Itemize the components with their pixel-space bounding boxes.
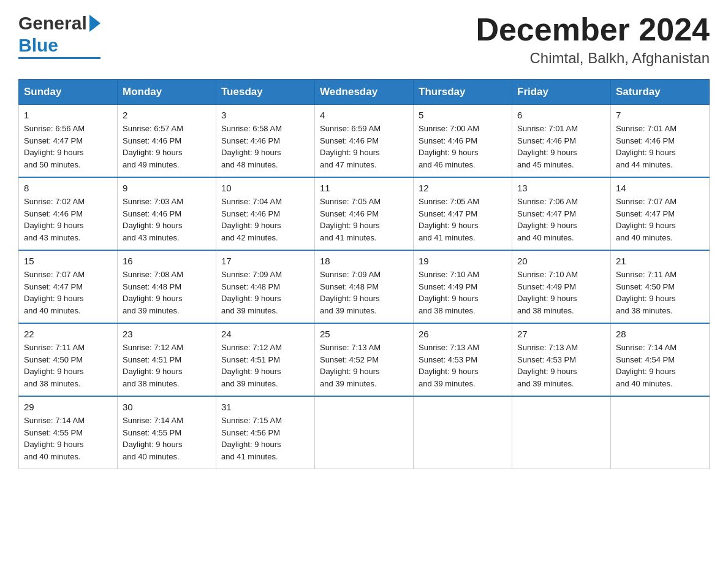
day-info: Sunrise: 6:56 AMSunset: 4:47 PMDaylight:… <box>24 123 112 170</box>
title-block: December 2024 Chimtal, Balkh, Afghanista… <box>476 12 710 67</box>
calendar-week-row: 1Sunrise: 6:56 AMSunset: 4:47 PMDaylight… <box>19 105 710 178</box>
calendar-day-cell: 31Sunrise: 7:15 AMSunset: 4:56 PMDayligh… <box>216 396 315 469</box>
calendar-day-cell: 22Sunrise: 7:11 AMSunset: 4:50 PMDayligh… <box>19 323 118 396</box>
day-info: Sunrise: 7:05 AMSunset: 4:47 PMDaylight:… <box>419 196 507 243</box>
day-number: 19 <box>419 256 507 266</box>
day-of-week-header: Tuesday <box>216 80 315 105</box>
day-number: 21 <box>616 256 704 266</box>
day-number: 7 <box>616 110 704 120</box>
day-info: Sunrise: 7:05 AMSunset: 4:46 PMDaylight:… <box>320 196 408 243</box>
location-title: Chimtal, Balkh, Afghanistan <box>476 50 710 67</box>
day-info: Sunrise: 7:11 AMSunset: 4:50 PMDaylight:… <box>24 342 112 389</box>
day-number: 1 <box>24 110 112 120</box>
calendar-day-cell <box>315 396 414 469</box>
day-of-week-header: Thursday <box>414 80 512 105</box>
calendar-day-cell: 4Sunrise: 6:59 AMSunset: 4:46 PMDaylight… <box>315 105 414 178</box>
day-number: 2 <box>123 110 211 120</box>
day-info: Sunrise: 7:09 AMSunset: 4:48 PMDaylight:… <box>221 269 309 316</box>
day-info: Sunrise: 7:13 AMSunset: 4:52 PMDaylight:… <box>320 342 408 389</box>
calendar-day-cell: 1Sunrise: 6:56 AMSunset: 4:47 PMDaylight… <box>19 105 118 178</box>
day-of-week-header: Sunday <box>19 80 118 105</box>
day-info: Sunrise: 7:13 AMSunset: 4:53 PMDaylight:… <box>517 342 605 389</box>
day-number: 18 <box>320 256 408 266</box>
day-number: 12 <box>419 183 507 193</box>
day-info: Sunrise: 7:06 AMSunset: 4:47 PMDaylight:… <box>517 196 605 243</box>
day-info: Sunrise: 7:13 AMSunset: 4:53 PMDaylight:… <box>419 342 507 389</box>
day-number: 3 <box>221 110 309 120</box>
calendar-day-cell: 16Sunrise: 7:08 AMSunset: 4:48 PMDayligh… <box>118 250 216 323</box>
day-number: 17 <box>221 256 309 266</box>
day-number: 6 <box>517 110 605 120</box>
calendar-day-cell: 10Sunrise: 7:04 AMSunset: 4:46 PMDayligh… <box>216 177 315 250</box>
logo-general-text: General <box>18 12 87 34</box>
day-of-week-header: Wednesday <box>315 80 414 105</box>
day-number: 31 <box>221 402 309 412</box>
calendar-day-cell: 13Sunrise: 7:06 AMSunset: 4:47 PMDayligh… <box>512 177 611 250</box>
day-number: 11 <box>320 183 408 193</box>
day-info: Sunrise: 7:01 AMSunset: 4:46 PMDaylight:… <box>616 123 704 170</box>
calendar-day-cell <box>414 396 512 469</box>
day-number: 14 <box>616 183 704 193</box>
day-number: 23 <box>123 329 211 339</box>
calendar-day-cell: 26Sunrise: 7:13 AMSunset: 4:53 PMDayligh… <box>414 323 512 396</box>
day-number: 26 <box>419 329 507 339</box>
day-info: Sunrise: 7:09 AMSunset: 4:48 PMDaylight:… <box>320 269 408 316</box>
calendar-day-cell: 6Sunrise: 7:01 AMSunset: 4:46 PMDaylight… <box>512 105 611 178</box>
day-of-week-header: Saturday <box>611 80 710 105</box>
day-info: Sunrise: 7:14 AMSunset: 4:54 PMDaylight:… <box>616 342 704 389</box>
calendar-day-cell: 2Sunrise: 6:57 AMSunset: 4:46 PMDaylight… <box>118 105 216 178</box>
logo-underline <box>18 57 100 59</box>
day-info: Sunrise: 7:08 AMSunset: 4:48 PMDaylight:… <box>123 269 211 316</box>
calendar-day-cell: 7Sunrise: 7:01 AMSunset: 4:46 PMDaylight… <box>611 105 710 178</box>
day-info: Sunrise: 7:03 AMSunset: 4:46 PMDaylight:… <box>123 196 211 243</box>
calendar-day-cell: 5Sunrise: 7:00 AMSunset: 4:46 PMDaylight… <box>414 105 512 178</box>
calendar-day-cell: 3Sunrise: 6:58 AMSunset: 4:46 PMDaylight… <box>216 105 315 178</box>
day-info: Sunrise: 6:58 AMSunset: 4:46 PMDaylight:… <box>221 123 309 170</box>
day-info: Sunrise: 7:00 AMSunset: 4:46 PMDaylight:… <box>419 123 507 170</box>
page-header: General Blue December 2024 Chimtal, Balk… <box>18 12 710 67</box>
day-number: 20 <box>517 256 605 266</box>
calendar-header-row: SundayMondayTuesdayWednesdayThursdayFrid… <box>19 80 710 105</box>
logo-arrow-icon <box>89 15 100 32</box>
day-info: Sunrise: 7:01 AMSunset: 4:46 PMDaylight:… <box>517 123 605 170</box>
calendar-day-cell: 19Sunrise: 7:10 AMSunset: 4:49 PMDayligh… <box>414 250 512 323</box>
day-info: Sunrise: 7:10 AMSunset: 4:49 PMDaylight:… <box>419 269 507 316</box>
calendar-day-cell: 8Sunrise: 7:02 AMSunset: 4:46 PMDaylight… <box>19 177 118 250</box>
day-info: Sunrise: 7:07 AMSunset: 4:47 PMDaylight:… <box>616 196 704 243</box>
calendar-day-cell: 20Sunrise: 7:10 AMSunset: 4:49 PMDayligh… <box>512 250 611 323</box>
calendar-table: SundayMondayTuesdayWednesdayThursdayFrid… <box>18 79 710 469</box>
day-number: 10 <box>221 183 309 193</box>
calendar-day-cell: 23Sunrise: 7:12 AMSunset: 4:51 PMDayligh… <box>118 323 216 396</box>
day-number: 25 <box>320 329 408 339</box>
calendar-day-cell: 29Sunrise: 7:14 AMSunset: 4:55 PMDayligh… <box>19 396 118 469</box>
logo: General Blue <box>18 12 100 59</box>
day-number: 27 <box>517 329 605 339</box>
day-info: Sunrise: 6:59 AMSunset: 4:46 PMDaylight:… <box>320 123 408 170</box>
day-info: Sunrise: 7:11 AMSunset: 4:50 PMDaylight:… <box>616 269 704 316</box>
calendar-day-cell: 9Sunrise: 7:03 AMSunset: 4:46 PMDaylight… <box>118 177 216 250</box>
calendar-day-cell: 27Sunrise: 7:13 AMSunset: 4:53 PMDayligh… <box>512 323 611 396</box>
calendar-day-cell: 14Sunrise: 7:07 AMSunset: 4:47 PMDayligh… <box>611 177 710 250</box>
calendar-week-row: 22Sunrise: 7:11 AMSunset: 4:50 PMDayligh… <box>19 323 710 396</box>
calendar-day-cell: 12Sunrise: 7:05 AMSunset: 4:47 PMDayligh… <box>414 177 512 250</box>
day-number: 16 <box>123 256 211 266</box>
calendar-week-row: 8Sunrise: 7:02 AMSunset: 4:46 PMDaylight… <box>19 177 710 250</box>
day-number: 9 <box>123 183 211 193</box>
day-info: Sunrise: 7:14 AMSunset: 4:55 PMDaylight:… <box>24 415 112 462</box>
calendar-day-cell: 25Sunrise: 7:13 AMSunset: 4:52 PMDayligh… <box>315 323 414 396</box>
day-number: 5 <box>419 110 507 120</box>
day-number: 22 <box>24 329 112 339</box>
calendar-day-cell: 21Sunrise: 7:11 AMSunset: 4:50 PMDayligh… <box>611 250 710 323</box>
day-number: 29 <box>24 402 112 412</box>
calendar-week-row: 29Sunrise: 7:14 AMSunset: 4:55 PMDayligh… <box>19 396 710 469</box>
calendar-day-cell: 28Sunrise: 7:14 AMSunset: 4:54 PMDayligh… <box>611 323 710 396</box>
day-info: Sunrise: 7:14 AMSunset: 4:55 PMDaylight:… <box>123 415 211 462</box>
day-number: 8 <box>24 183 112 193</box>
day-info: Sunrise: 7:10 AMSunset: 4:49 PMDaylight:… <box>517 269 605 316</box>
calendar-day-cell: 30Sunrise: 7:14 AMSunset: 4:55 PMDayligh… <box>118 396 216 469</box>
day-info: Sunrise: 6:57 AMSunset: 4:46 PMDaylight:… <box>123 123 211 170</box>
calendar-day-cell: 15Sunrise: 7:07 AMSunset: 4:47 PMDayligh… <box>19 250 118 323</box>
calendar-day-cell <box>611 396 710 469</box>
calendar-day-cell: 18Sunrise: 7:09 AMSunset: 4:48 PMDayligh… <box>315 250 414 323</box>
calendar-day-cell <box>512 396 611 469</box>
